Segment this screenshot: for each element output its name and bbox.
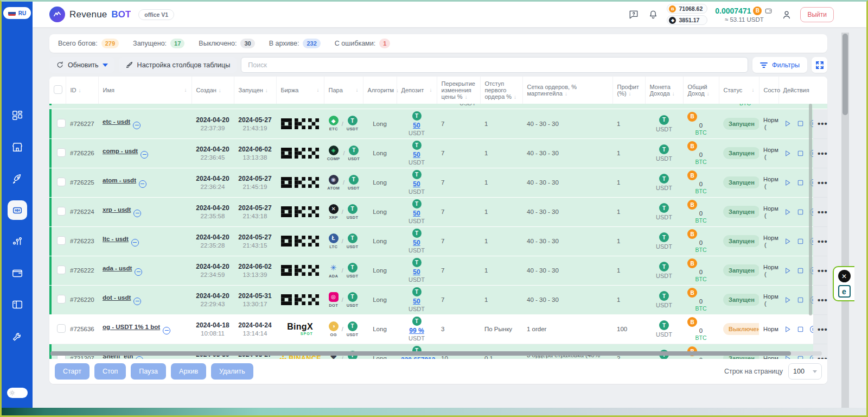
play-icon[interactable] xyxy=(783,207,792,217)
more-options-icon[interactable]: ••• xyxy=(818,178,827,187)
stop-icon[interactable] xyxy=(796,178,805,187)
account-balance[interactable]: 0.0007471 B ≈ 53.11 USDT xyxy=(715,7,773,23)
more-options-icon[interactable]: ••• xyxy=(818,237,827,246)
col-deposit[interactable]: Депозит↓ xyxy=(397,77,437,104)
notifications-bell-icon[interactable] xyxy=(647,9,659,21)
refresh-button[interactable]: Обновить xyxy=(49,57,114,73)
columns-settings-button[interactable]: Настройка столбцов таблицы xyxy=(119,57,237,73)
page-vertical-scrollbar[interactable] xyxy=(841,33,849,408)
stats-icon[interactable] xyxy=(8,232,27,251)
play-icon[interactable] xyxy=(783,178,792,187)
filters-button[interactable]: Фильтры xyxy=(752,57,807,73)
play-icon[interactable] xyxy=(783,148,792,158)
page-vertical-scrollbar-thumb[interactable] xyxy=(843,34,848,115)
stop-icon[interactable] xyxy=(796,119,805,129)
more-options-icon[interactable]: ••• xyxy=(818,295,827,305)
bot-name-link[interactable]: xrp - usdt xyxy=(103,206,131,213)
deposit-link[interactable]: 50 xyxy=(413,268,420,276)
bot-name-link[interactable]: comp - usdt xyxy=(103,148,138,154)
bot-name-link[interactable]: ada - usdt xyxy=(103,265,132,271)
brand[interactable]: Revenue BOT office V1 xyxy=(49,7,174,22)
link-icon[interactable] xyxy=(133,210,141,217)
row-checkbox[interactable] xyxy=(57,295,66,304)
col-pair[interactable]: Пара↓ xyxy=(324,77,363,104)
deposit-link[interactable]: 99 % xyxy=(409,327,424,334)
deposit-link[interactable]: 50 xyxy=(413,151,420,159)
row-checkbox[interactable] xyxy=(57,178,66,186)
deposit-link[interactable]: 50 xyxy=(413,239,420,247)
select-all-checkbox[interactable] xyxy=(54,85,62,94)
logout-button[interactable]: Выйти xyxy=(800,7,834,22)
more-options-icon[interactable]: ••• xyxy=(818,207,827,217)
rocket-icon[interactable] xyxy=(8,169,27,188)
col-started[interactable]: Запущен↓ xyxy=(234,77,276,104)
col-grid[interactable]: Сетка ордеров, % мартингейла↓ xyxy=(522,77,612,104)
link-icon[interactable] xyxy=(139,180,146,188)
col-profit-coin[interactable]: Монета Дохода↓ xyxy=(645,77,683,104)
eset-logo-icon[interactable]: e xyxy=(838,285,851,298)
row-checkbox[interactable] xyxy=(57,266,66,274)
support-icon[interactable] xyxy=(628,9,640,21)
bot-name-link[interactable]: atom - usdt xyxy=(103,177,136,184)
play-icon[interactable] xyxy=(783,295,792,305)
col-status[interactable]: Статус↓ xyxy=(719,77,759,104)
stop-icon[interactable] xyxy=(796,236,805,246)
stop-icon[interactable] xyxy=(796,148,805,158)
theme-toggle[interactable] xyxy=(7,388,28,398)
more-options-icon[interactable]: ••• xyxy=(818,149,827,158)
play-icon[interactable] xyxy=(783,266,792,275)
col-exchange[interactable]: Биржа↓ xyxy=(276,77,324,104)
link-icon[interactable] xyxy=(131,239,139,247)
bots-icon[interactable] xyxy=(8,200,27,220)
row-checkbox[interactable] xyxy=(57,236,66,245)
row-checkbox[interactable] xyxy=(57,207,66,216)
stop-icon[interactable] xyxy=(796,207,805,217)
cards-icon[interactable] xyxy=(8,295,27,314)
col-created[interactable]: Создан↓ xyxy=(192,77,234,104)
link-icon[interactable] xyxy=(133,122,141,129)
link-icon[interactable] xyxy=(133,298,141,305)
link-icon[interactable] xyxy=(135,268,142,276)
dashboard-icon[interactable] xyxy=(8,106,27,125)
row-checkbox[interactable] xyxy=(57,119,66,128)
language-switcher[interactable]: RU xyxy=(3,7,31,19)
delete-button[interactable]: Удалить xyxy=(211,363,253,380)
play-icon[interactable] xyxy=(783,236,792,246)
inner-vertical-scrollbar-thumb[interactable] xyxy=(809,104,812,315)
stop-icon[interactable] xyxy=(796,266,805,275)
start-button[interactable]: Старт xyxy=(55,363,90,380)
col-overlap[interactable]: Перекрытие изменения цены %↓ xyxy=(437,77,480,104)
deposit-link[interactable]: 50 xyxy=(413,298,420,305)
chevron-down-icon[interactable] xyxy=(103,64,108,67)
deposit-link[interactable]: 230.657912 xyxy=(401,356,435,359)
more-options-icon[interactable]: ••• xyxy=(818,266,827,275)
link-icon[interactable] xyxy=(163,327,170,334)
link-icon[interactable] xyxy=(136,356,143,359)
rows-per-page-select[interactable]: 100 xyxy=(788,363,822,380)
market-icon[interactable] xyxy=(8,137,27,157)
pause-button[interactable]: Пауза xyxy=(131,363,166,380)
col-algorithm[interactable]: Алгоритм↓ xyxy=(363,77,397,104)
col-indent[interactable]: Отступ первого ордера %↓ xyxy=(480,77,522,104)
horizontal-scrollbar-thumb[interactable] xyxy=(50,351,791,356)
link-icon[interactable] xyxy=(141,151,148,159)
col-total-income[interactable]: Общий Доход↓ xyxy=(683,77,719,104)
deposit-link[interactable]: 50 xyxy=(413,180,420,188)
more-options-icon[interactable]: ••• xyxy=(818,119,827,128)
search-input[interactable] xyxy=(241,57,748,73)
play-icon[interactable] xyxy=(783,119,792,129)
col-profit[interactable]: Профит (%)↓ xyxy=(612,77,645,104)
play-icon[interactable] xyxy=(783,324,792,334)
col-name[interactable]: Имя↓ xyxy=(98,77,192,104)
stop-icon[interactable] xyxy=(796,295,805,305)
bot-name-link[interactable]: dot - usdt xyxy=(103,294,131,301)
bot-name-link[interactable]: ltc - usdt xyxy=(103,236,129,242)
row-checkbox[interactable] xyxy=(57,148,66,157)
col-id[interactable]: ID↓ xyxy=(66,77,98,104)
stop-button[interactable]: Стоп xyxy=(94,363,126,380)
row-checkbox[interactable] xyxy=(57,324,66,333)
horizontal-scrollbar[interactable] xyxy=(50,351,822,356)
close-icon[interactable]: ✕ xyxy=(838,270,851,282)
archive-button[interactable]: Архив xyxy=(171,363,206,380)
tools-icon[interactable] xyxy=(8,326,27,346)
